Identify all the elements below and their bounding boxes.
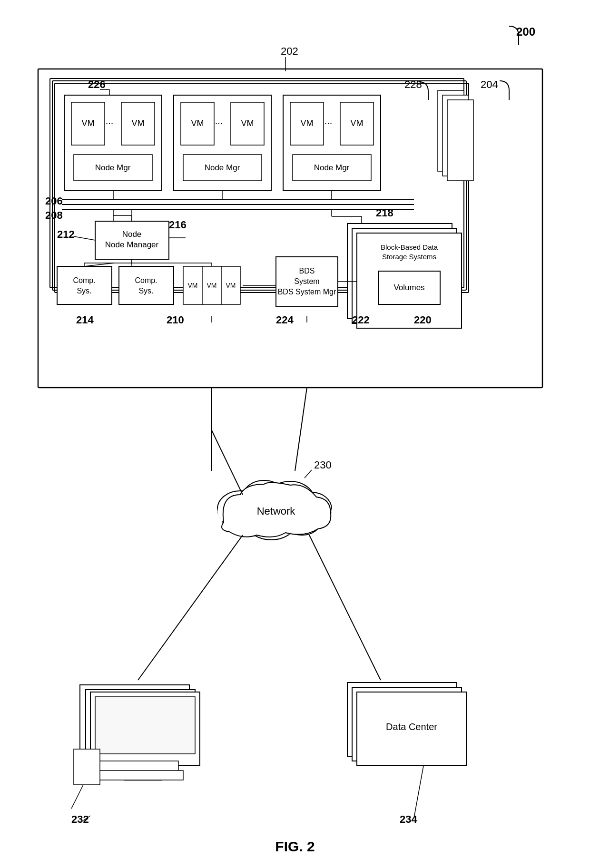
svg-line-71: [309, 535, 381, 680]
vm-label-2: VM: [132, 118, 145, 128]
ref-220: 220: [414, 314, 432, 326]
node-mgr-label-2: Node Mgr: [205, 163, 240, 172]
vm-label-4: VM: [241, 118, 254, 128]
node-manager-label-main: Node: [122, 230, 142, 239]
comp-sys-1: Comp.: [73, 276, 95, 284]
ref-216: 216: [169, 219, 187, 231]
svg-rect-34: [119, 266, 174, 304]
bds-label-1: BDS: [299, 267, 315, 275]
vm-small-3: VM: [226, 282, 236, 289]
vm-label-1: VM: [82, 118, 95, 128]
dots-3: ···: [324, 117, 333, 128]
dots-2: ···: [215, 117, 223, 128]
data-center-label: Data Center: [386, 722, 437, 732]
ref-232: 232: [71, 813, 89, 825]
bds-label-2: System: [294, 277, 319, 285]
svg-rect-11: [447, 100, 473, 181]
svg-line-31: [74, 236, 95, 240]
node-manager-label-main2: Node Manager: [105, 240, 159, 249]
vm-small-1: VM: [188, 282, 198, 289]
ref-222: 222: [352, 314, 370, 326]
svg-rect-33: [57, 266, 112, 304]
svg-line-44: [84, 263, 114, 266]
ref-208: 208: [45, 209, 63, 221]
comp-sys-1b: Sys.: [77, 287, 91, 295]
svg-line-61: [305, 470, 312, 478]
svg-line-73: [212, 430, 243, 495]
node-mgr-label-3: Node Mgr: [314, 163, 350, 172]
vm-small-2: VM: [207, 282, 217, 289]
bbs-label-2: Storage Systems: [382, 253, 436, 261]
ref-224: 224: [276, 314, 294, 326]
svg-rect-82: [74, 749, 100, 785]
comp-sys-2b: Sys.: [138, 287, 153, 295]
dots-1: ···: [106, 117, 114, 128]
ref-218: 218: [376, 207, 393, 219]
ref-212: 212: [57, 228, 75, 240]
vm-label-6: VM: [351, 118, 364, 128]
network-cloud: Network: [217, 480, 332, 540]
network-label: Network: [257, 505, 296, 517]
ref-204: 204: [481, 78, 498, 90]
ref-206: 206: [45, 195, 63, 207]
svg-rect-77: [95, 697, 195, 754]
vm-label-5: VM: [301, 118, 314, 128]
ref-228: 228: [404, 78, 422, 90]
svg-line-87: [414, 766, 423, 818]
node-mgr-label-1: Node Mgr: [95, 163, 131, 172]
ref-226: 226: [88, 78, 106, 90]
svg-line-70: [138, 535, 243, 680]
ref-210: 210: [167, 314, 184, 326]
ref-200: 200: [516, 25, 535, 38]
bbs-label-1: Block-Based Data: [381, 243, 438, 251]
comp-sys-2: Comp.: [135, 276, 157, 284]
vm-label-3: VM: [191, 118, 204, 128]
ref-202: 202: [281, 45, 298, 57]
svg-line-60: [295, 388, 307, 471]
volumes-label: Volumes: [393, 283, 424, 292]
bds-label-3: BDS System Mgr: [278, 288, 336, 296]
diagram-container: 200 202 204 226 228 VM ··· VM Node Mgr V…: [0, 0, 590, 868]
ref-214: 214: [76, 314, 94, 326]
figure-label: FIG. 2: [275, 839, 315, 854]
ref-230: 230: [314, 459, 332, 471]
